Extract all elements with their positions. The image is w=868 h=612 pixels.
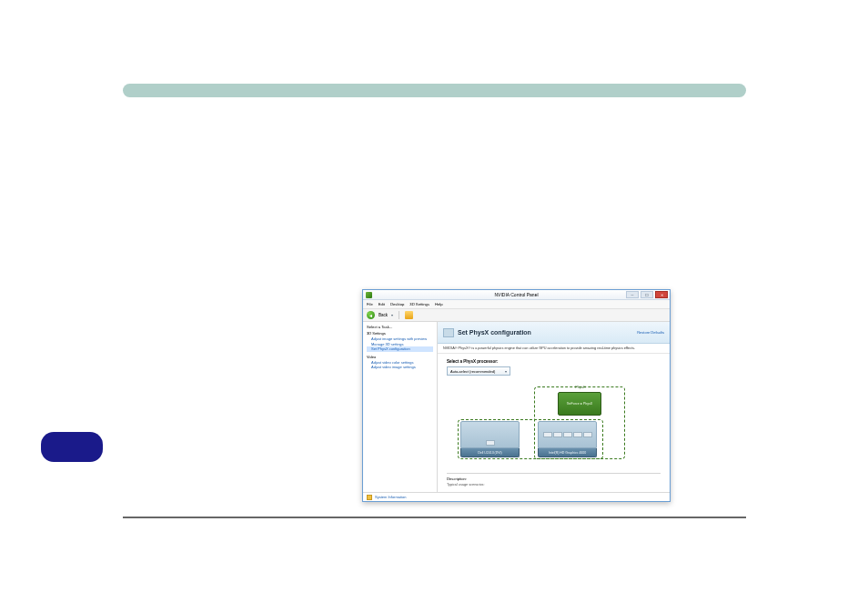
- gpu-name: GeForce ▸ PhysX: [567, 402, 592, 406]
- menubar: File Edit Desktop 3D Settings Help: [363, 300, 670, 309]
- footer-rule: [123, 517, 746, 518]
- minimize-button[interactable]: ─: [626, 291, 639, 298]
- display-1-label: Dell U2413 (DVI): [460, 448, 520, 457]
- dropdown-value: Auto-select (recommended): [450, 369, 495, 374]
- nvidia-control-panel-window: NVIDIA Control Panel ─ ☐ ✕ File Edit Des…: [362, 289, 671, 502]
- description-heading: Description:: [447, 477, 661, 481]
- display-2-screen: [538, 421, 597, 448]
- main-panel: Set PhysX configuration Restore Defaults…: [438, 322, 670, 492]
- port-icon: [583, 432, 592, 437]
- restore-defaults-link[interactable]: Restore Defaults: [637, 330, 664, 335]
- window-body: Select a Task... 3D Settings Adjust imag…: [363, 322, 670, 492]
- sidebar-item-adjust-image[interactable]: Adjust image settings with preview: [367, 336, 433, 342]
- display-1-screen: [460, 421, 520, 448]
- menu-desktop[interactable]: Desktop: [390, 302, 404, 306]
- physx-diagram: PhysX GeForce ▸ PhysX Dell U2413 (DVI): [447, 385, 647, 467]
- maximize-button[interactable]: ☐: [641, 291, 653, 298]
- header-accent-bar: [123, 84, 746, 97]
- back-split[interactable]: ▾: [391, 313, 393, 317]
- display-2-label: Intel(R) HD Graphics 4600: [538, 448, 597, 457]
- port-icon: [563, 432, 572, 437]
- main-header: Set PhysX configuration Restore Defaults: [438, 322, 670, 344]
- port-icon: [553, 432, 562, 437]
- toolbar-separator: [399, 311, 399, 319]
- sidebar-item-physx[interactable]: Set PhysX configuration: [367, 346, 433, 352]
- close-button[interactable]: ✕: [655, 291, 668, 298]
- group-title-3d: 3D Settings: [367, 331, 433, 336]
- sidebar-group-video: Video Adjust video color settings Adjust…: [367, 355, 433, 370]
- info-icon: [367, 495, 372, 500]
- window-title: NVIDIA Control Panel: [494, 292, 538, 297]
- port-icon: [486, 440, 495, 446]
- port-icon: [573, 432, 582, 437]
- description-sub: Typical usage scenarios:: [447, 483, 661, 487]
- nvidia-icon: [366, 292, 372, 298]
- physx-header-icon: [443, 328, 454, 337]
- description-section: Description: Typical usage scenarios:: [447, 473, 661, 487]
- menu-file[interactable]: File: [367, 302, 373, 306]
- sidebar-item-video-image[interactable]: Adjust video image settings: [367, 365, 433, 370]
- group-title-video: Video: [367, 355, 433, 359]
- home-icon[interactable]: [405, 311, 413, 319]
- description-strip: NVIDIA® PhysX® is a powerful physics eng…: [438, 344, 670, 354]
- back-label: Back: [378, 313, 388, 317]
- physx-badge: PhysX: [558, 385, 603, 389]
- system-information-link[interactable]: System Information: [375, 495, 406, 499]
- menu-help[interactable]: Help: [435, 302, 443, 306]
- callout-badge: [41, 432, 103, 462]
- menu-edit[interactable]: Edit: [378, 302, 385, 306]
- titlebar[interactable]: NVIDIA Control Panel ─ ☐ ✕: [363, 290, 670, 300]
- toolbar: ◄ Back ▾: [363, 309, 670, 322]
- display-1[interactable]: Dell U2413 (DVI): [460, 421, 520, 457]
- task-sidebar: Select a Task... 3D Settings Adjust imag…: [363, 322, 438, 492]
- chevron-down-icon: ▾: [505, 369, 507, 374]
- port-icon: [543, 432, 552, 437]
- menu-3d-settings[interactable]: 3D Settings: [409, 302, 429, 306]
- select-processor-label: Select a PhysX processor:: [447, 359, 661, 364]
- sidebar-heading: Select a Task...: [367, 325, 433, 329]
- window-controls: ─ ☐ ✕: [626, 291, 668, 298]
- footer: System Information: [363, 492, 670, 501]
- physx-processor-dropdown[interactable]: Auto-select (recommended) ▾: [447, 366, 510, 376]
- back-icon[interactable]: ◄: [367, 311, 375, 319]
- page-title: Set PhysX configuration: [458, 329, 531, 336]
- content-area: Select a PhysX processor: Auto-select (r…: [438, 354, 670, 492]
- sidebar-group-3d: 3D Settings Adjust image settings with p…: [367, 331, 433, 352]
- gpu-card[interactable]: GeForce ▸ PhysX: [558, 392, 601, 416]
- display-2[interactable]: Intel(R) HD Graphics 4600: [538, 421, 597, 457]
